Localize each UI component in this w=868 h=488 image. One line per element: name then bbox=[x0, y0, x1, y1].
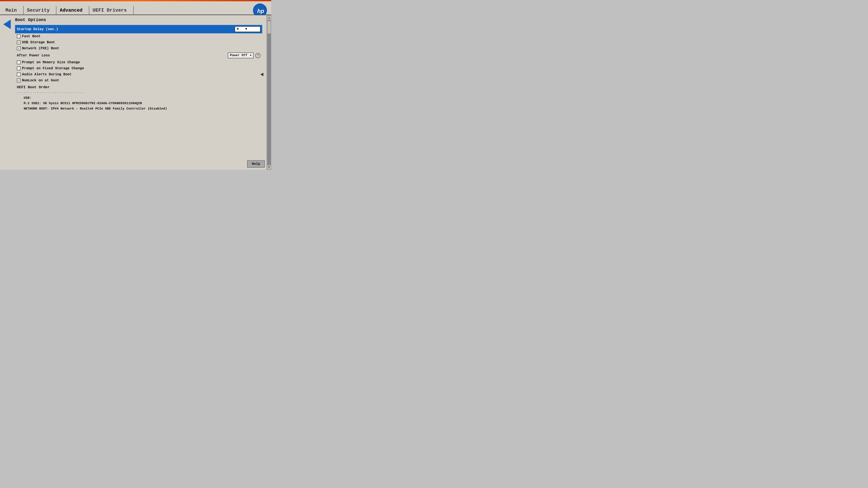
numlock-row[interactable]: NumLock on at boot bbox=[15, 77, 262, 84]
scrollbar: ▲ ▼ bbox=[267, 15, 271, 170]
back-button[interactable] bbox=[3, 20, 11, 29]
startup-delay-label: Startup Delay (sec.) bbox=[17, 27, 58, 31]
scroll-up-icon: ▲ bbox=[268, 17, 270, 19]
scroll-down-icon: ▼ bbox=[268, 166, 270, 169]
boot-order-item-usb[interactable]: USB: bbox=[15, 95, 262, 101]
page-title: Boot Options bbox=[15, 18, 262, 22]
prompt-memory-row[interactable]: Prompt on Memory Size Change bbox=[15, 59, 262, 65]
network-pxe-boot-label: Network (PXE) Boot bbox=[22, 46, 59, 51]
content-panel: Boot Options Startup Delay (sec.) 0 ▼ Fa… bbox=[15, 18, 267, 170]
after-power-loss-row[interactable]: After Power Loss Power Off ▼ ? bbox=[15, 52, 262, 59]
boot-order-item-network[interactable]: NETWORK BOOT: IPV4 Network – Realtek PCI… bbox=[15, 106, 262, 111]
network-pxe-boot-row[interactable]: Network (PXE) Boot bbox=[15, 45, 262, 52]
audio-alerts-row[interactable]: Audio Alerts During Boot bbox=[15, 71, 262, 77]
network-pxe-boot-checkbox[interactable] bbox=[17, 46, 21, 51]
fast-boot-row[interactable]: Fast Boot bbox=[15, 33, 262, 39]
nav-area: Main Security Advanced UEFI Drivers hp H… bbox=[0, 1, 271, 15]
boot-order-item-ssd[interactable]: M.2 SSD1: SK hynix BC511 HFM256GDJTNI-82… bbox=[15, 101, 262, 106]
tab-security[interactable]: Security bbox=[24, 6, 57, 15]
startup-delay-dropdown[interactable]: 0 ▼ bbox=[235, 26, 260, 32]
scroll-track bbox=[267, 21, 271, 169]
prompt-storage-checkbox[interactable] bbox=[17, 66, 21, 70]
settings-list: Startup Delay (sec.) 0 ▼ Fast Boot USB S… bbox=[15, 25, 262, 111]
power-loss-dropdown-arrow-icon: ▼ bbox=[250, 54, 251, 57]
after-power-loss-label: After Power Loss bbox=[17, 54, 50, 58]
scroll-thumb[interactable] bbox=[267, 21, 271, 34]
prompt-memory-checkbox[interactable] bbox=[17, 61, 21, 64]
svg-text:hp: hp bbox=[257, 8, 264, 14]
scroll-up-button[interactable]: ▲ bbox=[267, 16, 271, 20]
after-power-loss-dropdown[interactable]: Power Off ▼ bbox=[228, 53, 254, 58]
numlock-checkbox[interactable] bbox=[17, 78, 21, 83]
tab-advanced[interactable]: Advanced bbox=[56, 6, 89, 15]
prompt-storage-row[interactable]: Prompt on Fixed Storage Change bbox=[15, 65, 262, 71]
fast-boot-label: Fast Boot bbox=[22, 34, 40, 38]
prompt-memory-label: Prompt on Memory Size Change bbox=[22, 61, 80, 64]
startup-delay-row[interactable]: Startup Delay (sec.) 0 ▼ bbox=[15, 25, 262, 33]
tab-main[interactable]: Main bbox=[4, 6, 24, 15]
audio-alerts-label: Audio Alerts During Boot bbox=[22, 72, 71, 76]
uefi-boot-order-section: UEFI Boot Order bbox=[15, 84, 262, 90]
boot-order-divider: ------------------------------ bbox=[15, 90, 262, 95]
usb-storage-boot-label: USB Storage Boot bbox=[22, 40, 55, 44]
after-power-loss-help-icon[interactable]: ? bbox=[255, 53, 260, 58]
audio-alerts-checkbox[interactable] bbox=[17, 72, 21, 76]
numlock-label: NumLock on at boot bbox=[22, 78, 59, 83]
dropdown-arrow-icon: ▼ bbox=[245, 27, 247, 31]
main-content: Boot Options Startup Delay (sec.) 0 ▼ Fa… bbox=[0, 15, 271, 170]
fast-boot-checkbox[interactable] bbox=[17, 34, 21, 38]
usb-storage-boot-checkbox[interactable] bbox=[17, 40, 21, 44]
scroll-down-button[interactable]: ▼ bbox=[267, 165, 271, 169]
prompt-storage-label: Prompt on Fixed Storage Change bbox=[22, 66, 84, 70]
usb-storage-boot-row[interactable]: USB Storage Boot bbox=[15, 39, 262, 45]
tab-uefi-drivers[interactable]: UEFI Drivers bbox=[89, 6, 133, 15]
help-button[interactable]: Help bbox=[247, 160, 265, 168]
